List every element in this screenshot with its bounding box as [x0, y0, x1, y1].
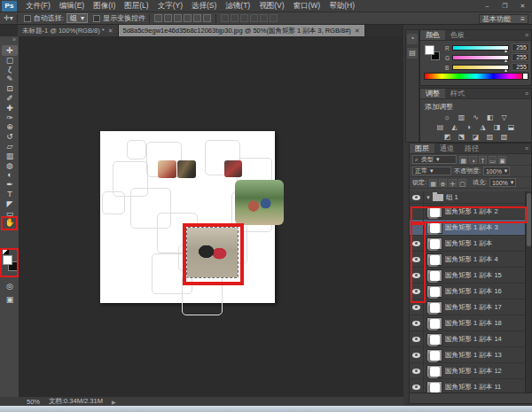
distribute-icon[interactable] [260, 14, 268, 22]
layers-tab-3[interactable]: 路径 [459, 144, 484, 153]
visibility-toggle[interactable] [410, 284, 424, 299]
slider-thumb[interactable]: ▲ [504, 58, 508, 63]
layer-filter-icon[interactable]: ▣ [498, 156, 506, 164]
expand-triangle-icon[interactable]: ▼ [426, 195, 431, 200]
fill-field[interactable]: 100% ▾ [489, 178, 516, 187]
layer-row[interactable]: 圆角矩形 1 副本 12 [410, 363, 526, 379]
visibility-toggle[interactable] [410, 204, 424, 219]
distribute-icon[interactable] [221, 14, 229, 22]
layer-row[interactable]: 圆角矩形 1 副本 14 [410, 331, 526, 347]
layer-row[interactable]: 圆角矩形 1 副本 16 [410, 284, 526, 299]
channel-slider-R[interactable]: ▲ [452, 45, 509, 51]
adjustment-icon[interactable]: ◧ [485, 113, 496, 122]
layer-row[interactable]: 圆角矩形 1 副本 13 [410, 347, 526, 363]
close-button[interactable]: ✕ [517, 2, 528, 10]
layer-filter-icon[interactable]: ▭ [489, 156, 497, 164]
lock-icon[interactable]: ✛ [449, 179, 457, 187]
layer-row[interactable]: 圆角矩形 1 副本 18 [410, 315, 526, 331]
close-icon[interactable]: ✕ [355, 27, 360, 35]
layer-row[interactable]: 圆角矩形 1 副本 [410, 236, 526, 252]
visibility-toggle[interactable] [410, 191, 424, 203]
align-icon[interactable] [193, 14, 201, 22]
slider-thumb[interactable]: ▲ [504, 48, 508, 53]
document-tab-untitled[interactable]: 未标题-1 @ 100%(RGB/8) * ✕ [18, 25, 119, 36]
menu-6[interactable]: 选择(S) [187, 0, 221, 12]
layer-group-row[interactable]: ▼组 1 [410, 191, 526, 204]
visibility-toggle[interactable] [410, 347, 424, 362]
adjust-tab-2[interactable]: 样式 [445, 89, 470, 98]
photo-family-small[interactable] [158, 160, 176, 178]
distribute-icon[interactable] [250, 14, 258, 22]
visibility-toggle[interactable] [410, 331, 424, 346]
adjust-menu-icon[interactable]: ≡ [525, 89, 531, 98]
adjustment-icon[interactable]: ▨ [485, 133, 496, 142]
visibility-toggle[interactable] [410, 236, 424, 251]
distribute-icon[interactable] [270, 14, 278, 22]
layer-row[interactable]: 圆角矩形 1 副本 17 [410, 299, 526, 315]
menu-2[interactable]: 编辑(E) [55, 0, 89, 12]
color-tab-1[interactable]: 颜色 [420, 30, 445, 40]
layer-filter-icon[interactable]: T [479, 156, 487, 164]
adjustment-icon[interactable]: ⬔ [457, 133, 467, 142]
lock-icon[interactable]: ▢ [458, 179, 466, 187]
menu-4[interactable]: 图层(L) [120, 0, 153, 12]
layer-filter-icon[interactable]: ◑ [469, 156, 477, 164]
status-options-arrow[interactable]: ▶ [112, 399, 116, 405]
show-transform-checkbox[interactable] [93, 15, 100, 22]
adjustment-icon[interactable]: ▽ [499, 113, 510, 122]
visibility-toggle[interactable] [410, 299, 424, 315]
adjustment-icon[interactable]: ▤ [435, 123, 446, 132]
photo-dark-small[interactable] [224, 160, 242, 177]
layer-row[interactable]: 圆角矩形 1 副本 4 [410, 252, 526, 268]
align-icon[interactable] [203, 14, 211, 22]
align-icon[interactable] [154, 14, 162, 22]
document-canvas[interactable] [100, 131, 275, 303]
layers-menu-icon[interactable]: ≡ [525, 144, 531, 153]
opacity-field[interactable]: 100% ▾ [483, 167, 510, 175]
collapse-toolbar-button[interactable]: » [0, 36, 19, 43]
menu-7[interactable]: 滤镜(T) [221, 0, 254, 12]
layers-scrollbar[interactable] [525, 191, 531, 394]
channel-value-B[interactable]: 255 [512, 63, 529, 71]
adjustment-icon[interactable]: ▧ [499, 133, 510, 142]
zoom-level-field[interactable]: 50% [27, 398, 40, 406]
layers-tab-1[interactable]: 图层 [410, 144, 434, 153]
restore-button[interactable]: ❐ [499, 2, 511, 10]
menu-8[interactable]: 视图(V) [254, 0, 288, 12]
adjust-tab-1[interactable]: 调整 [420, 89, 445, 98]
align-icon[interactable] [174, 14, 182, 22]
adjustment-icon[interactable]: ◩ [442, 133, 453, 142]
visibility-toggle[interactable] [410, 268, 424, 283]
color-tab-2[interactable]: 色板 [445, 30, 470, 40]
blend-mode-dropdown[interactable]: 正常 ▾ [412, 167, 451, 175]
menu-9[interactable]: 窗口(W) [289, 0, 325, 12]
layer-row[interactable]: 圆角矩形 1 副本 2 [410, 204, 526, 220]
layer-filter-icon[interactable]: ▦ [459, 156, 467, 164]
distribute-icon[interactable] [231, 14, 239, 22]
photo-two-women[interactable] [235, 180, 284, 225]
menu-5[interactable]: 文字(Y) [153, 0, 187, 12]
channel-value-G[interactable]: 255 [512, 53, 529, 61]
visibility-toggle[interactable] [410, 252, 424, 267]
adjustment-icon[interactable]: ◨ [492, 123, 503, 132]
auto-select-checkbox[interactable] [24, 15, 31, 22]
canvas-area[interactable] [20, 36, 403, 397]
channel-slider-B[interactable]: ▲ [452, 65, 509, 70]
properties-panel-icon[interactable]: ▤ [407, 48, 418, 58]
visibility-toggle[interactable] [410, 315, 424, 330]
layer-filter-dropdown[interactable]: ⌕ 类型 ▾ [412, 155, 457, 164]
lock-icon[interactable]: ⊕ [439, 179, 447, 187]
menu-3[interactable]: 图像(I) [89, 0, 120, 12]
photo-group-small[interactable] [177, 160, 196, 178]
adjustment-icon[interactable]: ◮ [478, 123, 489, 132]
color-spectrum-ramp[interactable] [424, 73, 528, 80]
close-icon[interactable]: ✕ [108, 27, 113, 35]
channel-slider-G[interactable]: ▲ [452, 55, 509, 60]
align-icon[interactable] [164, 14, 172, 22]
layer-row[interactable]: 圆角矩形 1 副本 15 [410, 268, 526, 284]
channel-value-R[interactable]: 255 [512, 43, 529, 51]
menu-10[interactable]: 帮助(H) [325, 0, 359, 12]
adjustment-icon[interactable]: ∿ [471, 113, 481, 122]
layers-tab-2[interactable]: 通道 [434, 144, 459, 153]
align-icon[interactable] [184, 14, 192, 22]
